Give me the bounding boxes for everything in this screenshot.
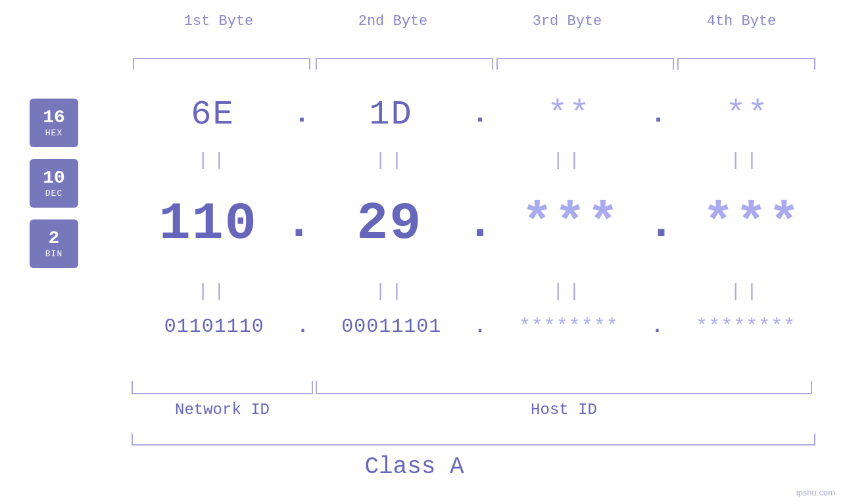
base-labels: 16 HEX 10 DEC 2 BIN (30, 99, 78, 280)
byte2-header: 2nd Byte (306, 13, 480, 30)
bin-byte4: ******** (664, 315, 829, 338)
byte-headers: 1st Byte 2nd Byte 3rd Byte 4th Byte (132, 13, 829, 30)
eq2-byte3: || (487, 281, 651, 302)
bin-dot3: . (651, 315, 663, 338)
eq1-byte3: || (487, 150, 651, 170)
dec-byte2: 29 (313, 194, 466, 254)
dec-dot1: . (285, 198, 312, 250)
bin-num: 2 (49, 229, 60, 249)
main-container: 1st Byte 2nd Byte 3rd Byte 4th Byte 16 H… (0, 0, 845, 504)
equals-row-1: || || || || (132, 150, 829, 170)
bottom-bracket-host (316, 381, 812, 394)
dec-row: 110 . 29 . *** . *** (132, 194, 829, 254)
dec-num: 10 (43, 168, 65, 189)
bottom-bracket-network (132, 381, 313, 394)
bin-byte2: 00011101 (309, 315, 474, 338)
top-bracket-byte4 (677, 58, 815, 70)
top-bracket-byte1 (133, 58, 310, 70)
hex-byte2: 1D (310, 95, 472, 134)
equals-row-2: || || || || (132, 281, 829, 302)
top-bracket-byte3 (496, 58, 674, 70)
dec-byte1: 110 (132, 194, 285, 254)
bin-byte3: ******** (486, 315, 651, 338)
dec-text: DEC (45, 189, 62, 198)
hex-byte4: ** (666, 95, 829, 134)
bin-label: 2 BIN (30, 219, 78, 268)
dec-dot2: . (466, 198, 494, 250)
class-label: Class A (0, 453, 829, 480)
eq1-byte1: || (132, 150, 296, 170)
hex-num: 16 (43, 108, 65, 128)
byte1-header: 1st Byte (132, 13, 306, 30)
hex-row: 6E . 1D . ** . ** (132, 95, 829, 134)
eq2-byte2: || (309, 281, 473, 302)
eq2-byte1: || (132, 281, 296, 302)
host-id-label: Host ID (316, 401, 812, 419)
bin-byte1: 01101110 (132, 315, 297, 338)
outer-bracket (132, 434, 815, 446)
hex-dot1: . (294, 100, 310, 129)
dec-byte3: *** (494, 194, 647, 254)
hex-byte3: ** (488, 95, 650, 134)
watermark: ipshu.com (796, 488, 835, 497)
dec-byte4: *** (675, 194, 829, 254)
byte4-header: 4th Byte (654, 13, 829, 30)
bin-text: BIN (45, 249, 62, 259)
bin-dot1: . (297, 315, 308, 338)
dec-dot3: . (647, 198, 675, 250)
eq1-byte4: || (664, 150, 829, 170)
hex-dot2: . (472, 100, 488, 129)
hex-label: 16 HEX (30, 99, 78, 147)
dec-label: 10 DEC (30, 159, 78, 208)
hex-byte1: 6E (132, 95, 294, 134)
top-bracket-byte2 (316, 58, 493, 70)
hex-text: HEX (45, 128, 62, 138)
bin-dot2: . (474, 315, 486, 338)
byte3-header: 3rd Byte (480, 13, 654, 30)
bin-row: 01101110 . 00011101 . ******** . *******… (132, 315, 829, 338)
hex-dot3: . (650, 100, 666, 129)
eq1-byte2: || (309, 150, 473, 170)
network-id-label: Network ID (132, 401, 313, 419)
eq2-byte4: || (664, 281, 829, 302)
